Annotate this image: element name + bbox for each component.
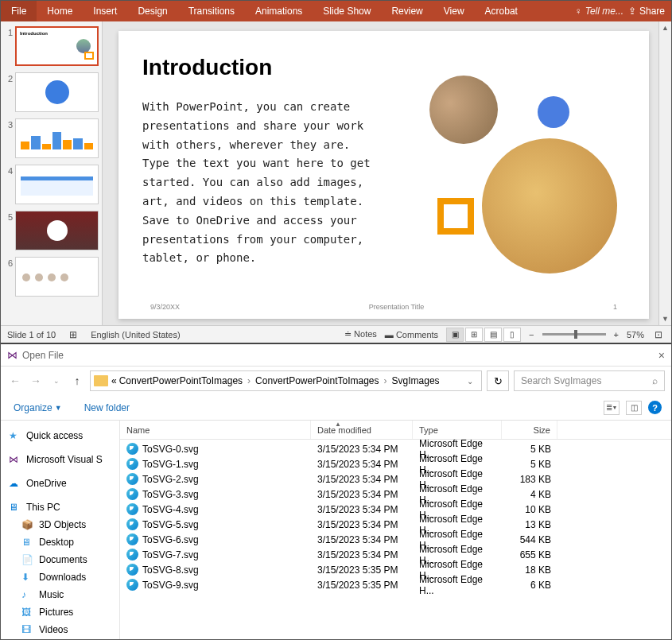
tab-insert[interactable]: Insert <box>83 1 127 21</box>
nav-quick-access[interactable]: ★Quick access <box>4 427 116 444</box>
file-date: 3/15/2023 5:34 PM <box>311 532 413 547</box>
recent-dropdown[interactable]: ⌄ <box>49 373 64 389</box>
up-button[interactable]: ↑ <box>69 373 85 389</box>
view-options-button[interactable]: ≣ ▼ <box>604 401 620 415</box>
slide-image-2[interactable] <box>482 138 617 273</box>
slide-shape-square[interactable] <box>437 198 474 235</box>
tab-view[interactable]: View <box>433 1 475 21</box>
slide-canvas[interactable]: Introduction With PowerPoint, you can cr… <box>118 31 649 319</box>
reading-view-button[interactable]: ▤ <box>484 328 502 342</box>
col-name[interactable]: Name <box>120 421 311 439</box>
help-button[interactable]: ? <box>648 401 662 414</box>
nav-item-pictures[interactable]: 🖼Pictures <box>4 603 116 621</box>
slideshow-view-button[interactable]: ▯ <box>503 328 521 342</box>
tab-slideshow[interactable]: Slide Show <box>313 1 381 21</box>
breadcrumb-prefix: « <box>111 375 117 386</box>
file-size: 5 KB <box>502 441 557 456</box>
file-size: 655 KB <box>502 547 557 562</box>
col-type[interactable]: Type <box>413 421 502 439</box>
col-date[interactable]: Date modified <box>311 421 413 439</box>
tab-animations[interactable]: Animations <box>245 1 313 21</box>
normal-view-button[interactable]: ▣ <box>446 328 464 342</box>
refresh-button[interactable]: ↻ <box>487 370 509 391</box>
breadcrumb-seg[interactable]: ConvertPowerPointToImages <box>117 374 245 388</box>
share-icon: ⇪ <box>628 6 636 17</box>
language-indicator[interactable]: English (United States) <box>91 330 181 339</box>
scroll-up-icon[interactable]: ▲ <box>659 21 671 34</box>
zoom-level[interactable]: 57% <box>627 330 644 339</box>
sorter-view-button[interactable]: ⊞ <box>465 328 483 342</box>
chevron-right-icon[interactable]: › <box>247 375 251 386</box>
organize-button[interactable]: Organize ▼ <box>10 401 65 415</box>
col-size[interactable]: Size <box>502 421 557 439</box>
file-row[interactable]: ToSVG-8.svg3/15/2023 5:35 PMMicrosoft Ed… <box>120 562 671 577</box>
tab-acrobat[interactable]: Acrobat <box>475 1 528 21</box>
zoom-slider[interactable] <box>542 333 606 336</box>
share-button[interactable]: ⇪Share <box>628 6 665 17</box>
tab-design[interactable]: Design <box>127 1 177 21</box>
thumbnail-1[interactable]: Introduction <box>15 26 99 66</box>
file-size: 13 KB <box>502 517 557 532</box>
file-row[interactable]: ToSVG-4.svg3/15/2023 5:34 PMMicrosoft Ed… <box>120 502 671 517</box>
thumbnail-6[interactable] <box>15 257 99 297</box>
file-row[interactable]: ToSVG-7.svg3/15/2023 5:34 PMMicrosoft Ed… <box>120 547 671 562</box>
file-size: 544 KB <box>502 532 557 547</box>
breadcrumb-seg[interactable]: ConvertPowerPointToImages <box>253 374 381 388</box>
tab-home[interactable]: Home <box>37 1 83 21</box>
slide-shape-circle[interactable] <box>538 96 569 128</box>
nav-item-videos[interactable]: 🎞Videos <box>4 621 116 638</box>
vertical-scrollbar[interactable]: ▲ ▼ <box>658 21 671 325</box>
scroll-down-icon[interactable]: ▼ <box>659 312 671 325</box>
nav-onedrive[interactable]: ☁OneDrive <box>4 475 116 492</box>
nav-item-desktop[interactable]: 🖥Desktop <box>4 533 116 551</box>
fit-window-button[interactable]: ⊡ <box>652 328 665 341</box>
close-button[interactable]: × <box>658 349 665 362</box>
chevron-right-icon[interactable]: › <box>384 375 387 386</box>
folder-icon: 🎞 <box>21 624 34 635</box>
comments-button[interactable]: ▬ Comments <box>385 330 438 339</box>
file-row[interactable]: ToSVG-1.svg3/15/2023 5:34 PMMicrosoft Ed… <box>120 456 671 471</box>
folder-icon: ⬇ <box>21 572 34 583</box>
nav-item-downloads[interactable]: ⬇Downloads <box>4 568 116 586</box>
forward-button[interactable]: → <box>28 373 44 389</box>
new-folder-button[interactable]: New folder <box>81 401 133 415</box>
tab-file[interactable]: File <box>1 1 37 21</box>
breadcrumb-seg[interactable]: SvgImages <box>390 374 442 388</box>
thumbnail-5[interactable] <box>15 211 99 250</box>
file-row[interactable]: ToSVG-5.svg3/15/2023 5:34 PMMicrosoft Ed… <box>120 517 671 532</box>
slide-thumbnails[interactable]: 1Introduction 2 3 4 5 6 <box>1 21 103 325</box>
slide-title[interactable]: Introduction <box>142 55 625 80</box>
file-row[interactable]: ToSVG-0.svg3/15/2023 5:34 PMMicrosoft Ed… <box>120 441 671 456</box>
tell-me-search[interactable]: ♀Tell me... <box>575 6 623 17</box>
file-name: ToSVG-7.svg <box>142 549 199 560</box>
thumbnail-3[interactable] <box>15 118 99 158</box>
zoom-out-button[interactable]: − <box>529 330 534 339</box>
search-input[interactable]: Search SvgImages ⌕ <box>514 370 665 391</box>
tab-review[interactable]: Review <box>381 1 433 21</box>
explorer-titlebar: ⋈ Open File × <box>1 344 671 367</box>
slide-image-1[interactable] <box>429 76 498 144</box>
nav-item-documents[interactable]: 📄Documents <box>4 551 116 568</box>
tab-transitions[interactable]: Transitions <box>178 1 245 21</box>
notes-button[interactable]: ≐ Notes <box>344 329 377 339</box>
file-date: 3/15/2023 5:34 PM <box>311 547 413 562</box>
thumbnail-2[interactable] <box>15 72 99 112</box>
address-bar[interactable]: « ConvertPowerPointToImages › ConvertPow… <box>90 370 482 391</box>
zoom-in-button[interactable]: + <box>614 330 619 339</box>
address-dropdown[interactable]: ⌄ <box>462 377 478 386</box>
accessibility-icon[interactable]: ⊞ <box>67 328 80 341</box>
slide-body-text[interactable]: With PowerPoint, you can create presenta… <box>142 98 381 268</box>
file-row[interactable]: ToSVG-2.svg3/15/2023 5:34 PMMicrosoft Ed… <box>120 471 671 487</box>
file-row[interactable]: ToSVG-9.svg3/15/2023 5:35 PMMicrosoft Ed… <box>120 577 671 592</box>
nav-this-pc[interactable]: 🖥This PC <box>4 498 116 516</box>
nav-visual-studio[interactable]: ⋈Microsoft Visual S <box>4 451 116 468</box>
back-button[interactable]: ← <box>7 373 23 389</box>
thumbnail-4[interactable] <box>15 165 99 204</box>
nav-item-3d-objects[interactable]: 📦3D Objects <box>4 516 116 533</box>
nav-item-music[interactable]: ♪Music <box>4 586 116 603</box>
file-row[interactable]: ToSVG-6.svg3/15/2023 5:34 PMMicrosoft Ed… <box>120 532 671 547</box>
preview-pane-button[interactable]: ◫ <box>626 401 642 415</box>
file-size: 183 KB <box>502 471 557 487</box>
file-explorer-window: ⋈ Open File × ← → ⌄ ↑ « ConvertPowerPoin… <box>1 343 671 639</box>
file-row[interactable]: ToSVG-3.svg3/15/2023 5:34 PMMicrosoft Ed… <box>120 487 671 502</box>
